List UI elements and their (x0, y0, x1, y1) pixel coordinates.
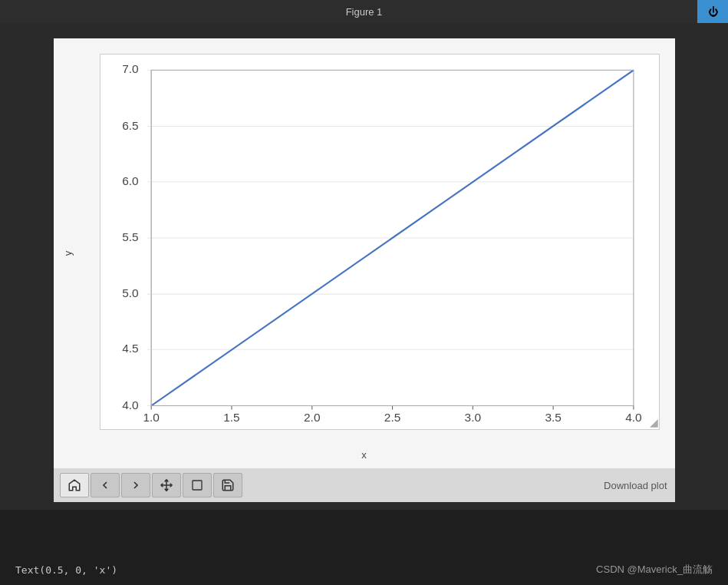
svg-text:4.0: 4.0 (122, 399, 138, 411)
home-button[interactable] (60, 473, 89, 497)
zoom-button[interactable] (183, 473, 212, 497)
x-axis-label: x (361, 449, 367, 461)
svg-text:6.5: 6.5 (122, 120, 138, 131)
pan-button[interactable] (152, 473, 181, 497)
status-brand: CSDN @Maverick_曲流觞 (596, 563, 713, 577)
save-button[interactable] (213, 473, 242, 497)
download-plot-text[interactable]: Download plot (604, 480, 667, 491)
main-area: y 7.0 6.5 (0, 23, 728, 510)
svg-text:2.5: 2.5 (384, 411, 400, 423)
chart-inner: 7.0 6.5 6.0 5.5 5.0 4.5 4.0 (100, 54, 660, 430)
svg-text:5.5: 5.5 (122, 232, 138, 243)
svg-text:6.0: 6.0 (122, 175, 138, 187)
svg-text:3.5: 3.5 (545, 411, 561, 423)
svg-text:4.0: 4.0 (625, 411, 641, 423)
window-title: Figure 1 (346, 6, 383, 18)
svg-text:7.0: 7.0 (122, 64, 138, 75)
svg-text:1.0: 1.0 (143, 411, 159, 423)
svg-text:4.5: 4.5 (122, 343, 138, 355)
resize-handle[interactable]: ◢ (650, 416, 658, 428)
svg-text:2.0: 2.0 (304, 411, 320, 423)
toolbar: Download plot (54, 468, 675, 502)
top-bar: Figure 1 ⏻ (0, 0, 728, 23)
status-code-text: Text(0.5, 0, 'x') (15, 564, 117, 576)
svg-rect-32 (193, 481, 202, 490)
chart-container: y 7.0 6.5 (54, 38, 675, 468)
svg-text:3.0: 3.0 (464, 411, 480, 423)
forward-button[interactable] (121, 473, 150, 497)
svg-text:5.0: 5.0 (122, 288, 138, 299)
y-axis-label: y (61, 251, 73, 256)
power-button[interactable]: ⏻ (697, 0, 728, 23)
status-bar: Text(0.5, 0, 'x') CSDN @Maverick_曲流觞 (0, 554, 728, 585)
back-button[interactable] (91, 473, 120, 497)
chart-svg: 7.0 6.5 6.0 5.5 5.0 4.5 4.0 (100, 55, 659, 429)
svg-text:1.5: 1.5 (223, 411, 239, 423)
